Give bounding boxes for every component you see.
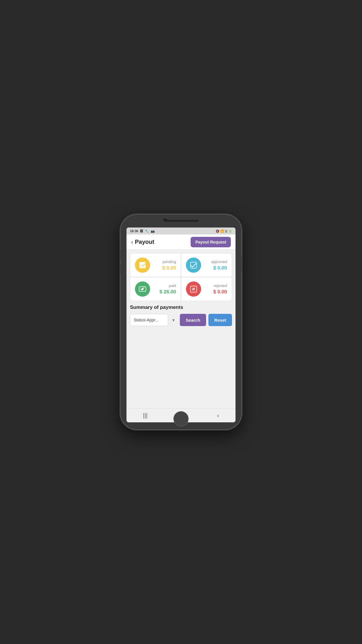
rejected-value: $ 0.00 bbox=[213, 289, 227, 295]
search-button[interactable]: Search bbox=[180, 314, 206, 326]
camera-icon: 📷 bbox=[151, 229, 155, 233]
signal-icon: ||| bbox=[225, 230, 227, 233]
approved-value: $ 0.00 bbox=[211, 265, 227, 271]
rejected-info: rejected $ 0.00 bbox=[213, 284, 227, 295]
pending-info: pending $ 0.00 bbox=[162, 260, 176, 271]
approved-icon bbox=[189, 261, 198, 269]
svg-point-3 bbox=[142, 288, 144, 290]
rejected-icon bbox=[189, 285, 198, 293]
image-icon: 🖼 bbox=[140, 229, 143, 233]
header-left: ‹ Payout bbox=[131, 239, 154, 245]
screen: 18:36 🖼 🔧 📷 🔇 📶 ||| 🔋 ‹ Payout Payout Re… bbox=[126, 228, 236, 422]
status-bar: 18:36 🖼 🔧 📷 🔇 📶 ||| 🔋 bbox=[126, 228, 236, 235]
stat-card-paid: paid $ 26.00 bbox=[130, 277, 181, 301]
camera bbox=[164, 218, 167, 222]
stat-card-rejected: rejected $ 0.00 bbox=[181, 277, 232, 301]
approved-info: approved $ 0.00 bbox=[211, 260, 227, 271]
status-right: 🔇 📶 ||| 🔋 bbox=[216, 230, 232, 233]
pending-value: $ 0.00 bbox=[162, 265, 176, 271]
pending-icon bbox=[138, 261, 147, 269]
svg-rect-1 bbox=[191, 262, 197, 268]
paid-icon bbox=[138, 285, 147, 293]
page-title: Payout bbox=[135, 239, 154, 245]
mute-icon: 🔇 bbox=[216, 230, 219, 233]
payout-request-button[interactable]: Payout Request bbox=[191, 237, 231, 247]
stat-card-approved: approved $ 0.00 bbox=[181, 253, 232, 277]
back-nav-button[interactable]: ‹ bbox=[211, 410, 225, 421]
recent-apps-button[interactable]: ||| bbox=[137, 410, 154, 421]
filter-row: Status-Appr... Status-Approved Status-Pe… bbox=[130, 314, 232, 326]
rejected-icon-circle bbox=[186, 281, 201, 297]
dropdown-wrapper: Status-Appr... Status-Approved Status-Pe… bbox=[130, 314, 178, 326]
paid-info: paid $ 26.00 bbox=[159, 284, 176, 295]
reset-button[interactable]: Reset bbox=[208, 314, 232, 326]
settings-icon: 🔧 bbox=[145, 229, 149, 233]
header: ‹ Payout Payout Request bbox=[126, 235, 236, 250]
summary-section: Summary of payments Status-Appr... Statu… bbox=[126, 304, 236, 330]
approved-label: approved bbox=[211, 260, 227, 264]
vol-down-button bbox=[120, 264, 121, 274]
phone-frame: 18:36 🖼 🔧 📷 🔇 📶 ||| 🔋 ‹ Payout Payout Re… bbox=[121, 215, 241, 429]
rejected-label: rejected bbox=[213, 284, 227, 288]
physical-home-button[interactable] bbox=[173, 411, 189, 426]
time-display: 18:36 bbox=[130, 229, 138, 233]
paid-value: $ 26.00 bbox=[159, 289, 176, 295]
summary-title: Summary of payments bbox=[130, 304, 232, 310]
vol-up-button bbox=[120, 250, 121, 260]
back-button[interactable]: ‹ bbox=[131, 239, 133, 245]
status-dropdown[interactable]: Status-Appr... Status-Approved Status-Pe… bbox=[130, 314, 168, 326]
pending-icon-circle bbox=[135, 258, 150, 273]
chevron-down-icon: ▾ bbox=[172, 317, 175, 323]
paid-icon-circle bbox=[135, 281, 150, 297]
status-left: 18:36 🖼 🔧 📷 bbox=[130, 229, 155, 233]
content-area bbox=[126, 330, 236, 408]
stat-card-pending: pending $ 0.00 bbox=[130, 253, 181, 277]
battery-icon: 🔋 bbox=[229, 230, 232, 233]
pending-label: pending bbox=[162, 260, 176, 264]
wifi-icon: 📶 bbox=[220, 230, 224, 233]
approved-icon-circle bbox=[186, 258, 201, 273]
paid-label: paid bbox=[159, 284, 176, 288]
stats-grid: pending $ 0.00 approved $ 0.00 bbox=[130, 253, 232, 301]
power-button bbox=[241, 256, 242, 272]
